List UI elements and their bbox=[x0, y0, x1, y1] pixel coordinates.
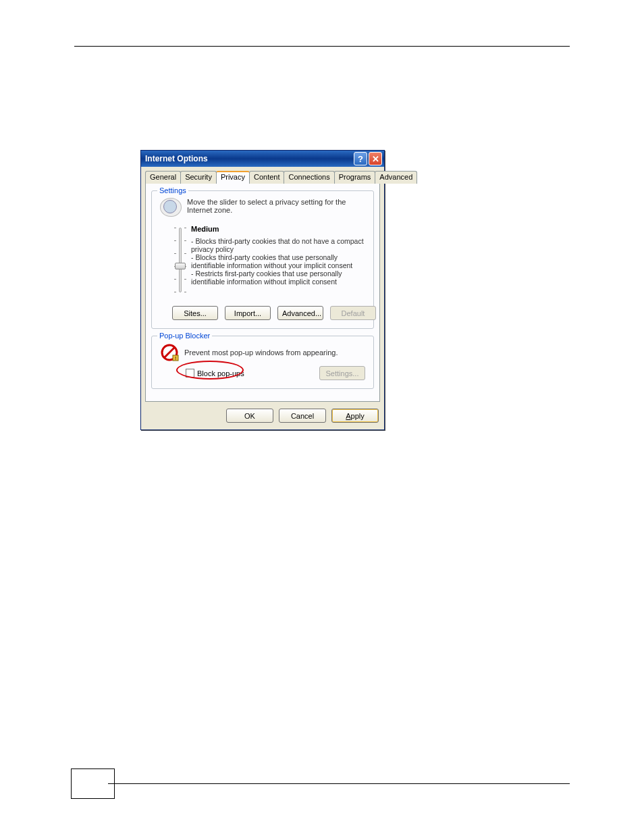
privacy-level-name: Medium bbox=[191, 225, 368, 233]
popup-group-title: Pop-up Blocker bbox=[157, 332, 212, 340]
dialog-footer: OK Cancel Apply bbox=[141, 406, 384, 429]
tab-content[interactable]: Content bbox=[249, 171, 285, 184]
popup-blocker-groupbox: Pop-up Blocker ! Prevent most pop-up win… bbox=[151, 336, 374, 389]
help-button[interactable]: ? bbox=[354, 152, 367, 165]
settings-groupbox: Settings Move the slider to select a pri… bbox=[151, 190, 374, 329]
privacy-level-description: - Blocks third-party cookies that do not… bbox=[191, 237, 368, 286]
popup-settings-button[interactable]: Settings... bbox=[319, 366, 365, 380]
svg-text:!: ! bbox=[175, 355, 176, 361]
tab-privacy[interactable]: Privacy bbox=[216, 171, 250, 184]
default-button[interactable]: Default bbox=[330, 306, 376, 320]
ok-button[interactable]: OK bbox=[226, 409, 273, 423]
settings-instruction: Move the slider to select a privacy sett… bbox=[187, 198, 368, 214]
tab-security[interactable]: Security bbox=[180, 171, 217, 184]
page-number-box bbox=[71, 768, 115, 799]
page-bottom-rule bbox=[108, 783, 570, 784]
settings-group-title: Settings bbox=[157, 186, 188, 194]
apply-button[interactable]: Apply bbox=[331, 409, 379, 423]
import-button[interactable]: Import... bbox=[225, 306, 271, 320]
block-popups-label: Block pop-ups bbox=[197, 369, 244, 377]
advanced-button[interactable]: Advanced... bbox=[277, 306, 323, 320]
popup-instruction: Prevent most pop-up windows from appeari… bbox=[184, 348, 338, 357]
tab-general[interactable]: General bbox=[145, 171, 181, 184]
globe-icon bbox=[160, 198, 182, 217]
block-popups-checkbox[interactable] bbox=[186, 369, 194, 377]
tab-advanced[interactable]: Advanced bbox=[375, 171, 417, 184]
cancel-button[interactable]: Cancel bbox=[279, 409, 326, 423]
dialog-title: Internet Options bbox=[145, 154, 352, 163]
internet-options-dialog: Internet Options ? ✕ General Security Pr… bbox=[140, 150, 385, 430]
titlebar[interactable]: Internet Options ? ✕ bbox=[141, 151, 384, 167]
stop-icon: ! bbox=[160, 343, 179, 362]
close-button[interactable]: ✕ bbox=[369, 152, 382, 165]
tab-strip: General Security Privacy Content Connect… bbox=[141, 167, 384, 184]
privacy-panel: Settings Move the slider to select a pri… bbox=[145, 184, 380, 402]
sites-button[interactable]: Sites... bbox=[172, 306, 218, 320]
slider-thumb[interactable] bbox=[175, 263, 186, 269]
tab-programs[interactable]: Programs bbox=[334, 171, 376, 184]
page-top-rule bbox=[74, 46, 570, 47]
privacy-slider[interactable] bbox=[174, 228, 186, 292]
tab-connections[interactable]: Connections bbox=[284, 171, 334, 184]
